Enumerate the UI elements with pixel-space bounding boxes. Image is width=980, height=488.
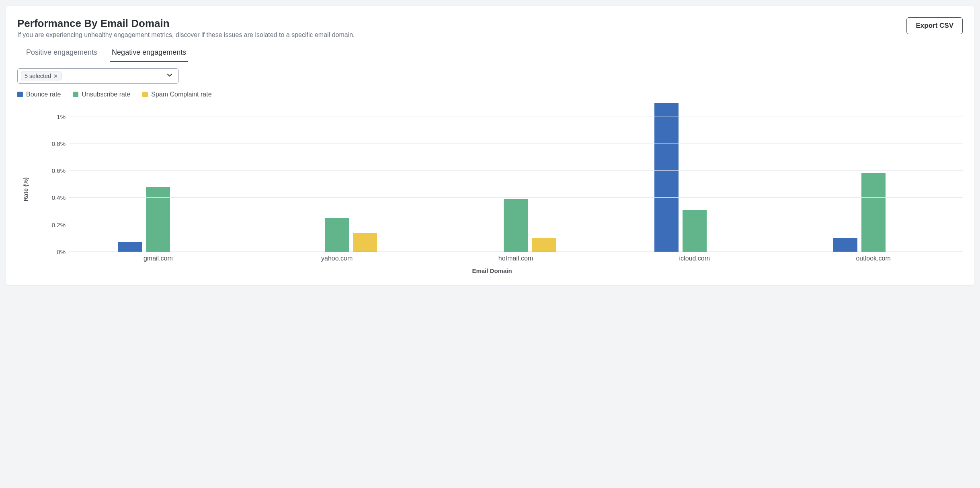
chart: Rate (%) gmail.comyahoo.comhotmail.comic… [21, 103, 963, 276]
baseline [69, 252, 963, 252]
bars-area: gmail.comyahoo.comhotmail.comicloud.como… [69, 103, 963, 252]
legend-spam[interactable]: Spam Complaint rate [142, 91, 211, 98]
category-group: gmail.com [69, 103, 248, 252]
x-category-label: hotmail.com [498, 255, 533, 262]
y-tick-label: 1% [41, 113, 66, 120]
bar-bounce[interactable] [118, 242, 142, 252]
bar-spam[interactable] [532, 238, 556, 252]
legend-swatch-spam [142, 92, 148, 97]
chevron-down-icon [166, 71, 174, 81]
bar-unsub[interactable] [861, 173, 886, 252]
category-group: outlook.com [784, 103, 963, 252]
engagement-tabs: Positive engagements Negative engagement… [25, 46, 963, 62]
performance-card: Performance By Email Domain If you are e… [6, 6, 974, 286]
chart-legend: Bounce rate Unsubscribe rate Spam Compla… [17, 91, 963, 98]
legend-unsubscribe[interactable]: Unsubscribe rate [73, 91, 130, 98]
legend-label-spam: Spam Complaint rate [151, 91, 211, 98]
category-group: hotmail.com [426, 103, 605, 252]
card-subtitle: If you are experiencing unhealthy engage… [17, 31, 355, 39]
y-tick-label: 0.8% [41, 140, 66, 147]
bar-unsub[interactable] [325, 218, 349, 252]
grid-line [69, 117, 963, 117]
grid-line [69, 197, 963, 198]
filter-chip-label: 5 selected [25, 73, 51, 79]
y-tick-label: 0.4% [41, 194, 66, 201]
grid-line [69, 144, 963, 144]
x-category-label: gmail.com [144, 255, 173, 262]
clear-filter-icon[interactable]: ✕ [53, 73, 58, 79]
x-category-label: outlook.com [856, 255, 890, 262]
x-category-label: icloud.com [679, 255, 710, 262]
bar-bounce[interactable] [833, 238, 857, 252]
tab-negative-engagements[interactable]: Negative engagements [110, 46, 188, 62]
legend-label-unsubscribe: Unsubscribe rate [82, 91, 130, 98]
bar-bounce[interactable] [654, 103, 679, 252]
category-group: icloud.com [605, 103, 784, 252]
filter-chip[interactable]: 5 selected ✕ [21, 72, 62, 80]
x-category-label: yahoo.com [321, 255, 353, 262]
legend-swatch-bounce [17, 92, 23, 97]
plot-area: gmail.comyahoo.comhotmail.comicloud.como… [41, 103, 963, 252]
y-tick-label: 0.2% [41, 221, 66, 228]
card-header: Performance By Email Domain If you are e… [17, 17, 963, 46]
card-title: Performance By Email Domain [17, 17, 355, 30]
category-group: yahoo.com [248, 103, 426, 252]
domain-filter-select[interactable]: 5 selected ✕ [17, 68, 179, 84]
legend-bounce[interactable]: Bounce rate [17, 91, 61, 98]
legend-label-bounce: Bounce rate [26, 91, 61, 98]
y-axis-label: Rate (%) [22, 177, 29, 201]
bar-unsub[interactable] [504, 199, 528, 252]
bar-spam[interactable] [353, 233, 377, 252]
grid-line [69, 225, 963, 225]
header-text: Performance By Email Domain If you are e… [17, 17, 355, 46]
x-axis-label: Email Domain [472, 267, 512, 274]
y-tick-label: 0.6% [41, 167, 66, 174]
grid-line [69, 170, 963, 171]
tab-positive-engagements[interactable]: Positive engagements [25, 46, 99, 62]
bar-unsub[interactable] [146, 187, 170, 252]
legend-swatch-unsubscribe [73, 92, 78, 97]
y-tick-label: 0% [41, 248, 66, 255]
export-csv-button[interactable]: Export CSV [906, 17, 963, 34]
bar-unsub[interactable] [683, 210, 707, 252]
